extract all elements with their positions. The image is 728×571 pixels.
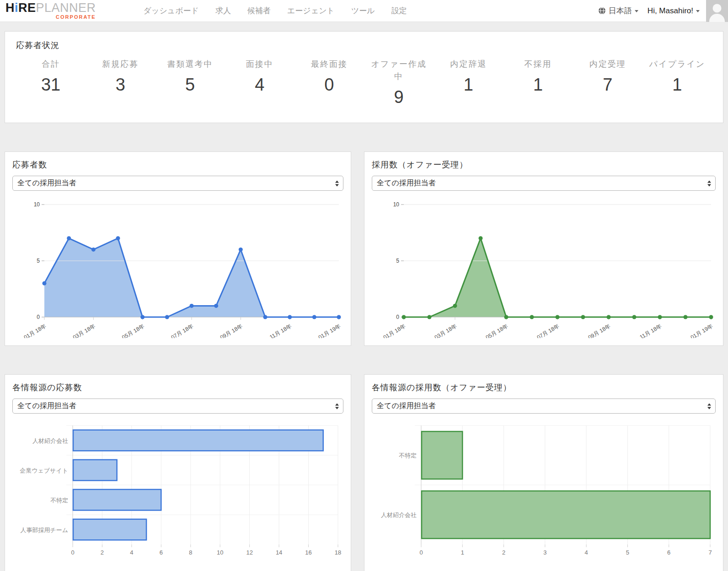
svg-text:03月 18年: 03月 18年 bbox=[72, 323, 96, 338]
nav-dashboard[interactable]: ダッシュボード bbox=[144, 5, 199, 16]
svg-text:11月 18年: 11月 18年 bbox=[638, 323, 663, 338]
stat-offer-in-progress: オファー作成中 9 bbox=[364, 58, 434, 107]
logo-h: H bbox=[5, 1, 15, 15]
select-value: 全ての採用担当者 bbox=[17, 178, 76, 188]
svg-text:05月 18年: 05月 18年 bbox=[121, 323, 145, 338]
svg-text:3: 3 bbox=[543, 549, 546, 556]
stat-label: 不採用 bbox=[508, 58, 568, 70]
stat-label: 内定受理 bbox=[578, 58, 638, 70]
user-menu[interactable]: Hi, Masahiro! bbox=[648, 6, 700, 16]
nav-settings[interactable]: 設定 bbox=[391, 5, 407, 16]
stat-total: 合計 31 bbox=[16, 58, 86, 107]
svg-text:01月 19年: 01月 19年 bbox=[690, 323, 714, 338]
stat-label: 書類選考中 bbox=[160, 58, 220, 70]
svg-text:人材紹介会社: 人材紹介会社 bbox=[32, 437, 68, 444]
svg-text:人事部採用チーム: 人事部採用チーム bbox=[20, 527, 68, 533]
stat-label: 面接中 bbox=[230, 58, 290, 70]
user-greeting: Hi, Masahiro! bbox=[648, 6, 693, 16]
logo-planner: PLANNER bbox=[36, 1, 96, 15]
stat-screening: 書類選考中 5 bbox=[155, 58, 225, 107]
nav-agents[interactable]: エージェント bbox=[287, 5, 335, 16]
svg-text:09月 18年: 09月 18年 bbox=[219, 323, 244, 338]
select-spinner-icon bbox=[335, 180, 339, 186]
dashboard-content: 応募者状況 合計 31 新規応募 3 書類選考中 5 面接中 4 最終面接 0 bbox=[0, 22, 728, 571]
stat-value: 1 bbox=[434, 75, 503, 95]
svg-text:企業ウェブサイト: 企業ウェブサイト bbox=[20, 467, 68, 474]
nav-candidates[interactable]: 候補者 bbox=[247, 5, 271, 16]
stat-label: オファー作成中 bbox=[369, 58, 429, 83]
charts-row-1: 応募者数 全ての採用担当者 051001月 18年03月 18年05月 18年0… bbox=[5, 151, 723, 346]
svg-text:5: 5 bbox=[626, 549, 629, 556]
stat-final-interview: 最終面接 0 bbox=[294, 58, 364, 107]
svg-text:07月 18年: 07月 18年 bbox=[170, 323, 195, 338]
applicants-area-chart: 051001月 18年03月 18年05月 18年07月 18年09月 18年1… bbox=[12, 195, 343, 338]
charts-row-2: 各情報源の応募数 全ての採用担当者 024681012141618人材紹介会社企… bbox=[5, 374, 723, 571]
stat-pipeline: パイプライン 1 bbox=[642, 58, 712, 107]
applications-by-source-bar-chart: 024681012141618人材紹介会社企業ウェブサイト不特定人事部採用チーム bbox=[12, 418, 343, 561]
top-navigation-bar: HiREPLANNER CORPORATE ダッシュボード 求人 候補者 エージ… bbox=[0, 0, 728, 22]
chart-title: 採用数（オファー受理） bbox=[372, 159, 716, 170]
svg-text:05月 18年: 05月 18年 bbox=[485, 323, 509, 338]
chevron-down-icon bbox=[635, 10, 638, 12]
svg-text:人材紹介会社: 人材紹介会社 bbox=[381, 512, 417, 518]
applicant-status-title: 応募者状況 bbox=[16, 40, 712, 51]
stat-value: 0 bbox=[294, 75, 364, 95]
select-value: 全ての採用担当者 bbox=[377, 401, 436, 411]
svg-text:10: 10 bbox=[217, 549, 223, 556]
nav-jobs[interactable]: 求人 bbox=[215, 5, 231, 16]
stat-value: 1 bbox=[642, 75, 712, 95]
svg-text:7: 7 bbox=[708, 549, 712, 556]
recruiter-filter-select[interactable]: 全ての採用担当者 bbox=[12, 399, 343, 414]
svg-text:0: 0 bbox=[71, 549, 74, 556]
hires-by-source-bar-chart: 01234567不特定人材紹介会社 bbox=[372, 418, 716, 561]
svg-text:4: 4 bbox=[130, 549, 133, 556]
svg-text:不特定: 不特定 bbox=[399, 452, 417, 459]
applicant-status-panel: 応募者状況 合計 31 新規応募 3 書類選考中 5 面接中 4 最終面接 0 bbox=[5, 31, 723, 123]
language-selector[interactable]: 日本語 bbox=[598, 5, 638, 16]
hires-chart-panel: 採用数（オファー受理） 全ての採用担当者 051001月 18年03月 18年0… bbox=[364, 151, 723, 346]
stat-new-applicants: 新規応募 3 bbox=[86, 58, 155, 107]
recruiter-filter-select[interactable]: 全ての採用担当者 bbox=[372, 176, 716, 191]
globe-icon bbox=[598, 7, 606, 15]
recruiter-filter-select[interactable]: 全ての採用担当者 bbox=[372, 399, 716, 414]
hires-area-chart: 051001月 18年03月 18年05月 18年07月 18年09月 18年1… bbox=[372, 195, 716, 338]
stat-label: 合計 bbox=[21, 58, 81, 70]
nav-tools[interactable]: ツール bbox=[351, 5, 375, 16]
stat-interviewing: 面接中 4 bbox=[225, 58, 294, 107]
svg-text:0: 0 bbox=[396, 314, 399, 320]
applicant-status-stats: 合計 31 新規応募 3 書類選考中 5 面接中 4 最終面接 0 オファー作成… bbox=[16, 58, 712, 107]
chart-title: 各情報源の応募数 bbox=[12, 382, 343, 393]
recruiter-filter-select[interactable]: 全ての採用担当者 bbox=[12, 176, 343, 191]
stat-value: 3 bbox=[86, 75, 155, 95]
stat-offer-declined: 内定辞退 1 bbox=[434, 58, 503, 107]
hireplanner-logo[interactable]: HiREPLANNER CORPORATE bbox=[5, 2, 96, 20]
stat-value: 4 bbox=[225, 75, 294, 95]
stat-value: 1 bbox=[503, 75, 573, 95]
select-spinner-icon bbox=[707, 180, 711, 186]
avatar[interactable] bbox=[706, 0, 728, 22]
svg-text:10: 10 bbox=[34, 201, 40, 208]
stat-value: 9 bbox=[364, 87, 434, 107]
svg-text:11月 18年: 11月 18年 bbox=[268, 323, 293, 338]
stat-label: パイプライン bbox=[647, 58, 707, 70]
svg-text:10: 10 bbox=[393, 201, 400, 208]
select-spinner-icon bbox=[707, 403, 711, 409]
svg-text:01月 18年: 01月 18年 bbox=[23, 323, 48, 338]
logo-tie-icon: i bbox=[15, 1, 18, 15]
svg-text:0: 0 bbox=[419, 549, 423, 556]
stat-offer-accepted: 内定受理 7 bbox=[573, 58, 642, 107]
svg-text:18: 18 bbox=[335, 549, 341, 556]
svg-text:6: 6 bbox=[667, 549, 670, 556]
chevron-down-icon bbox=[696, 10, 700, 12]
logo-wordmark: HiREPLANNER bbox=[5, 2, 96, 14]
svg-text:0: 0 bbox=[37, 314, 40, 320]
stat-label: 内定辞退 bbox=[438, 58, 498, 70]
hires-by-source-panel: 各情報源の採用数（オファー受理） 全ての採用担当者 01234567不特定人材紹… bbox=[364, 374, 723, 571]
chart-title: 応募者数 bbox=[12, 159, 343, 170]
chart-title: 各情報源の採用数（オファー受理） bbox=[372, 382, 716, 393]
svg-text:16: 16 bbox=[305, 549, 311, 556]
main-nav: ダッシュボード 求人 候補者 エージェント ツール 設定 bbox=[144, 5, 407, 16]
svg-text:12: 12 bbox=[246, 549, 252, 556]
svg-text:03月 18年: 03月 18年 bbox=[434, 323, 458, 338]
select-value: 全ての採用担当者 bbox=[377, 178, 436, 188]
